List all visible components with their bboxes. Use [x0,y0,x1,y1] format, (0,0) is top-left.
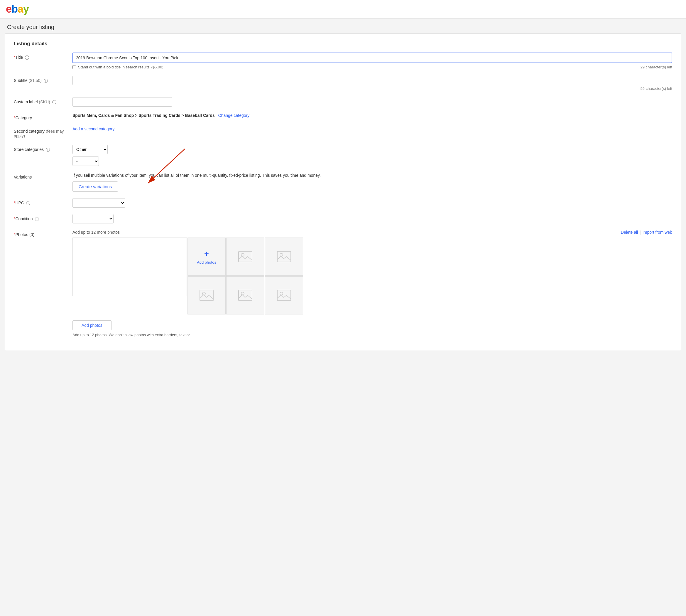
photos-row: *Photos (0) Add up to 12 more photos Del… [14,230,672,337]
bold-title-label: Stand out with a bold title in search re… [78,65,150,69]
photo-placeholder-2 [265,238,303,276]
category-value: Sports Mem, Cards & Fan Shop > Sports Tr… [72,113,215,118]
photo-main-cell[interactable] [72,238,187,296]
listing-details-card: Listing details *Title i Stand out with … [5,34,681,351]
custom-label-row: Custom label (SKU) i [14,97,672,107]
photos-field-wrapper: Add up to 12 more photos Delete all | Im… [72,230,672,337]
condition-info-icon[interactable]: i [35,217,39,221]
photo-placeholder-icon-4 [238,289,253,301]
upc-row: *UPC i [14,198,672,207]
upc-label: *UPC i [14,198,72,205]
subtitle-info-icon[interactable]: i [44,79,48,83]
photos-grid-row1: + Add photos [72,238,672,314]
photo-right-col: + Add photos [187,238,303,314]
svg-rect-2 [238,251,252,262]
photos-add-text: Add up to 12 more photos [72,230,120,235]
upc-select[interactable] [72,198,125,207]
import-from-web-link[interactable]: Import from web [643,230,672,235]
photo-placeholder-4 [226,276,265,314]
condition-field-wrapper: - [72,214,672,223]
second-category-field-wrapper: Add a second category [72,127,672,131]
variations-field-wrapper: If you sell multiple variations of your … [72,172,672,192]
title-field-wrapper: Stand out with a bold title in search re… [72,52,672,69]
subtitle-row: Subtitle ($1.50) i 55 character(s) left [14,76,672,91]
second-category-row: Second category (fees may apply) Add a s… [14,127,672,138]
logo-y: y [23,3,29,15]
condition-row: *Condition i - [14,214,672,223]
logo-a: a [18,3,23,15]
store-category-dropdown-1[interactable]: Other [72,145,108,154]
section-title: Listing details [14,41,672,47]
bold-title-checkbox[interactable] [72,65,76,69]
upc-info-icon[interactable]: i [26,201,30,205]
ebay-logo: ebay [6,3,680,15]
svg-rect-4 [277,251,291,262]
subtitle-input[interactable] [72,76,672,85]
pipe-divider: | [640,230,641,235]
svg-point-9 [241,292,244,295]
photo-placeholder-icon-1 [238,251,253,263]
store-categories-label: Store categories i [14,145,72,152]
plus-icon: + [204,249,209,258]
photos-actions: Delete all | Import from web [621,230,672,235]
category-required-star: * [14,115,15,120]
title-chars-left: 29 character(s) left [641,65,672,69]
bold-title-row: Stand out with a bold title in search re… [72,65,672,69]
page-title-bar: Create your listing [0,19,686,34]
condition-required-star: * [14,216,15,221]
photo-placeholder-icon-2 [277,251,291,263]
store-category-dropdown-2[interactable]: - [72,156,99,166]
page-title: Create your listing [7,24,679,30]
category-field-wrapper: Sports Mem, Cards & Fan Shop > Sports Tr… [72,113,672,118]
subtitle-label: Subtitle ($1.50) i [14,76,72,83]
subtitle-chars-left: 55 character(s) left [72,86,672,91]
svg-point-3 [241,254,244,256]
svg-point-7 [203,292,205,295]
condition-select[interactable]: - [72,214,114,223]
category-row: *Category Sports Mem, Cards & Fan Shop >… [14,113,672,120]
svg-point-11 [280,292,283,295]
add-photos-bottom-wrapper: Add photos [72,317,672,330]
custom-label-info-icon[interactable]: i [52,100,56,104]
photos-required-star: * [14,232,15,237]
second-cat-note: (fees may apply) [14,129,64,138]
variations-description: If you sell multiple variations of your … [72,172,672,178]
second-category-label: Second category (fees may apply) [14,127,72,138]
bold-title-price: ($6.00) [152,65,163,69]
add-second-category-link[interactable]: Add a second category [72,127,114,131]
photo-row2-right [187,276,303,314]
photos-count: (0) [29,232,34,237]
custom-label-input[interactable] [72,97,172,107]
photo-row1-right: + Add photos [187,238,303,276]
photo-placeholder-icon-3 [199,289,214,301]
store-categories-row: Store categories i Other - [14,145,672,166]
variations-label: Variations [14,172,72,179]
add-photos-bottom-button[interactable]: Add photos [72,320,112,330]
subtitle-field-wrapper: 55 character(s) left [72,76,672,91]
title-row: *Title i Stand out with a bold title in … [14,52,672,69]
title-input[interactable] [72,52,672,63]
upc-field-wrapper [72,198,672,207]
add-photos-cell[interactable]: + Add photos [187,238,226,276]
photo-placeholder-icon-5 [277,289,291,301]
svg-point-5 [280,254,283,256]
logo-e: e [6,3,12,15]
title-required-star: * [14,55,15,60]
title-info-icon[interactable]: i [25,56,29,60]
create-variations-button[interactable]: Create variations [72,181,118,192]
logo-b: b [12,3,18,15]
photo-placeholder-3 [187,276,226,314]
category-label: *Category [14,113,72,120]
arrow-container: Create variations [72,181,672,192]
photo-placeholder-1 [226,238,265,276]
condition-label: *Condition i [14,214,72,221]
photos-bottom-note: Add up to 12 photos. We don't allow phot… [72,333,672,337]
photos-label: *Photos (0) [14,230,72,237]
svg-rect-6 [200,290,213,301]
change-category-link[interactable]: Change category [218,113,250,118]
photos-header: Add up to 12 more photos Delete all | Im… [72,230,672,235]
delete-all-link[interactable]: Delete all [621,230,638,235]
custom-label-field-wrapper [72,97,672,107]
svg-rect-8 [238,290,252,301]
store-cat-info-icon[interactable]: i [46,148,50,152]
